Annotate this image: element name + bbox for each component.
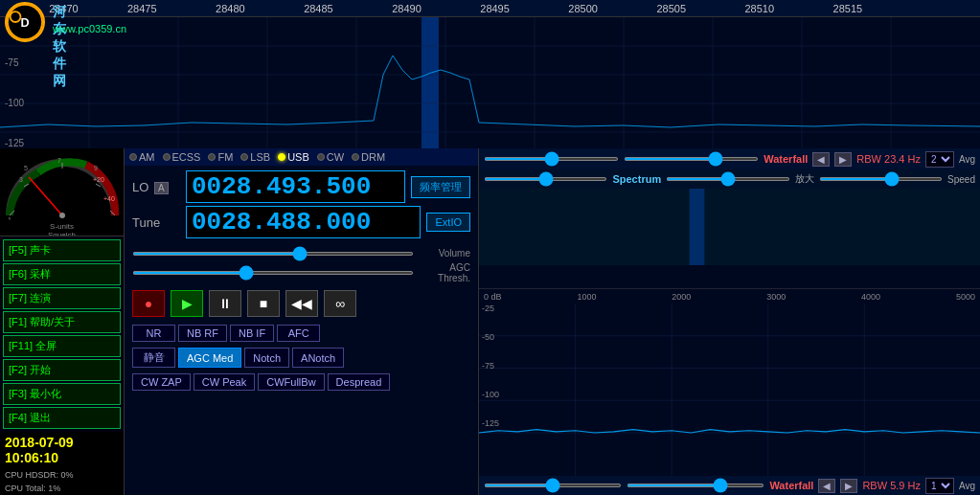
datetime-display: 2018-07-09 10:06:10 bbox=[0, 432, 124, 468]
lo-row: LO A 0028.493.500 频率管理 bbox=[132, 170, 470, 203]
mode-drm[interactable]: DRM bbox=[352, 151, 385, 163]
ruler-label-5: 28495 bbox=[480, 3, 510, 14]
nb-if-btn[interactable]: NB IF bbox=[230, 325, 274, 342]
volume-slider[interactable] bbox=[132, 252, 414, 256]
loop-btn[interactable]: ∞ bbox=[324, 290, 356, 317]
bottom-spectrum-chart: -25 -50 -75 -100 -125 bbox=[479, 304, 980, 476]
mode-fm[interactable]: FM bbox=[208, 151, 233, 163]
gauge-svg: 1 3 5 7 9 +20 +40 bbox=[5, 153, 120, 220]
bottom-waterfall-label: Waterfall bbox=[769, 480, 813, 491]
site-name: 河东软件网 bbox=[53, 4, 66, 90]
ruler-label-1: 28475 bbox=[127, 3, 157, 14]
spectrum-control-row: Spectrum 放大 Speed bbox=[479, 169, 980, 189]
mode-dot-am bbox=[129, 153, 137, 161]
nr-btn[interactable]: NR bbox=[132, 325, 175, 342]
sidebar-buttons: [F5] 声卡 [F6] 采样 [F7] 连演 [F1] 帮助/关于 [F11]… bbox=[0, 236, 124, 432]
mode-ecss[interactable]: ECSS bbox=[163, 151, 201, 163]
svg-text:9: 9 bbox=[94, 165, 98, 171]
btn-f4[interactable]: [F4] 退出 bbox=[3, 407, 121, 429]
nb-rf-btn[interactable]: NB RF bbox=[178, 325, 227, 342]
bottom-spec-ruler: 0 dB 1000 2000 3000 4000 5000 bbox=[479, 288, 980, 304]
mode-lsb[interactable]: LSB bbox=[240, 151, 270, 163]
s-meter-area: 1 3 5 7 9 +20 +40 S-units Squelch bbox=[0, 148, 124, 236]
btn-f11[interactable]: [F11] 全屏 bbox=[3, 335, 121, 357]
svg-text:+40: +40 bbox=[103, 195, 115, 202]
svg-rect-32 bbox=[690, 189, 705, 265]
mode-dot-usb bbox=[278, 153, 285, 161]
afc-btn[interactable]: AFC bbox=[277, 325, 320, 342]
cpu-hdsdr: CPU HDSDR: 0% bbox=[0, 468, 124, 482]
bottom-nav-right[interactable]: ▶ bbox=[840, 479, 857, 493]
btn-f6[interactable]: [F6] 采样 bbox=[3, 263, 121, 285]
chart-db-75: -75 bbox=[482, 361, 494, 371]
bottom-slider-right[interactable] bbox=[627, 484, 764, 487]
svg-text:D: D bbox=[20, 16, 29, 30]
top-spectrum-area: D 河东软件网 www.pc0359.cn 28470 28475 28480 … bbox=[0, 0, 980, 148]
volume-label: Volume bbox=[418, 248, 470, 259]
cw-zap-btn[interactable]: CW ZAP bbox=[132, 373, 191, 391]
wf-top-slider-left[interactable] bbox=[484, 157, 619, 161]
bottom-avg-label: Avg bbox=[959, 481, 975, 491]
agc-slider[interactable] bbox=[132, 271, 414, 275]
mode-am[interactable]: AM bbox=[129, 151, 155, 163]
speed-label: Speed bbox=[947, 174, 975, 185]
svg-text:1: 1 bbox=[8, 216, 11, 220]
stop-btn[interactable]: ■ bbox=[247, 290, 280, 317]
despread-btn[interactable]: Despread bbox=[328, 373, 391, 391]
slider-row: Volume AGC Thresh. bbox=[125, 246, 478, 285]
tune-label: Tune bbox=[132, 215, 180, 230]
pinjia-btn[interactable]: 频率管理 bbox=[411, 176, 470, 198]
top-spectrum-svg bbox=[0, 17, 980, 148]
cpu-total: CPU Total: 1% bbox=[0, 482, 124, 495]
spec-slider-left[interactable] bbox=[484, 177, 607, 181]
wf-nav-left[interactable]: ◀ bbox=[812, 152, 830, 167]
mode-usb[interactable]: USB bbox=[278, 151, 309, 163]
left-sidebar: 1 3 5 7 9 +20 +40 S-units Squelch [F5] 声… bbox=[0, 148, 125, 495]
agc-med-btn[interactable]: AGC Med bbox=[178, 348, 241, 368]
waterfall-label: Waterfall bbox=[763, 153, 808, 165]
btn-f3[interactable]: [F3] 最小化 bbox=[3, 383, 121, 405]
ruler-label-3: 28485 bbox=[304, 3, 333, 14]
agc-slider-row: AGC Thresh. bbox=[132, 262, 470, 283]
cwfullbw-btn[interactable]: CWFullBw bbox=[258, 373, 324, 391]
bottom-slider-left[interactable] bbox=[484, 484, 622, 487]
play-btn[interactable]: ▶ bbox=[171, 290, 203, 317]
mode-cw[interactable]: CW bbox=[317, 151, 344, 163]
btn-f2[interactable]: [F2] 开始 bbox=[3, 359, 121, 381]
anotch-btn[interactable]: ANotch bbox=[292, 348, 344, 368]
pause-btn[interactable]: ⏸ bbox=[209, 290, 241, 317]
right-panel: Waterfall ◀ ▶ RBW 23.4 Hz 2 1 4 Avg Spec… bbox=[479, 148, 980, 495]
btn-f5[interactable]: [F5] 声卡 bbox=[3, 239, 121, 261]
lo-freq-display[interactable]: 0028.493.500 bbox=[186, 170, 405, 203]
site-url: www.pc0359.cn bbox=[53, 23, 126, 34]
top-spectrum-display: -50 -75 -100 -125 bbox=[0, 17, 980, 148]
mode-dot-cw bbox=[317, 153, 325, 161]
spec-slider-right[interactable] bbox=[666, 177, 789, 181]
svg-text:+20: +20 bbox=[93, 176, 104, 183]
btn-f7[interactable]: [F7] 连演 bbox=[3, 287, 121, 309]
record-btn[interactable]: ● bbox=[132, 290, 165, 317]
rewind-btn[interactable]: ◀◀ bbox=[285, 290, 318, 317]
dsp-buttons-row1: NR NB RF NB IF AFC bbox=[125, 322, 478, 345]
wf-nav-right[interactable]: ▶ bbox=[834, 152, 852, 167]
ruler-label-9: 28515 bbox=[833, 3, 863, 14]
rbw-select[interactable]: 2 1 4 bbox=[925, 151, 954, 168]
cw-peak-btn[interactable]: CW Peak bbox=[194, 373, 255, 391]
ruler-0: 0 dB bbox=[484, 292, 502, 302]
jingyin-btn[interactable]: 静音 bbox=[132, 348, 175, 368]
extio-btn[interactable]: ExtIO bbox=[426, 213, 470, 232]
btn-f1[interactable]: [F1] 帮助/关于 bbox=[3, 311, 121, 333]
chart-db-50: -50 bbox=[482, 332, 494, 342]
bottom-rbw-select[interactable]: 1 2 bbox=[925, 478, 954, 494]
waterfall-top-bar: Waterfall ◀ ▶ RBW 23.4 Hz 2 1 4 Avg bbox=[479, 148, 980, 169]
magnify-label: 放大 bbox=[795, 172, 814, 186]
wf-top-slider-right[interactable] bbox=[624, 157, 759, 161]
dsp-buttons-row2: 静音 AGC Med Notch ANotch bbox=[125, 345, 478, 371]
spec-slider-magnify[interactable] bbox=[819, 177, 943, 181]
svg-rect-31 bbox=[479, 189, 980, 265]
tune-freq-display[interactable]: 0028.488.000 bbox=[186, 206, 421, 238]
bottom-nav-left[interactable]: ◀ bbox=[818, 479, 835, 493]
freq-display-area: LO A 0028.493.500 频率管理 Tune 0028.488.000… bbox=[125, 166, 478, 246]
notch-btn[interactable]: Notch bbox=[244, 348, 289, 368]
ruler-label-6: 28500 bbox=[568, 3, 598, 14]
